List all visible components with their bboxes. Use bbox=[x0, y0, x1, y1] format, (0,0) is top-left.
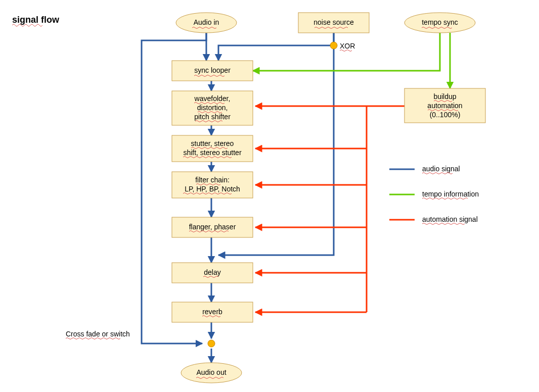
node-reverb-label: reverb bbox=[202, 308, 222, 316]
diagram-title: signal flow bbox=[12, 15, 60, 25]
crossfade-junction-icon bbox=[208, 340, 215, 347]
node-buildup-l2: automation bbox=[427, 102, 462, 110]
node-stutter-l2: shift, stereo stutter bbox=[183, 149, 241, 157]
node-sync-looper-label: sync looper bbox=[194, 66, 231, 74]
legend-tempo-label: tempo information bbox=[422, 190, 479, 198]
node-audio-in-label: Audio in bbox=[194, 18, 219, 26]
legend-automation-label: automation signal bbox=[422, 215, 478, 223]
signal-flow-diagram: signal flow XOR Audio in noise source te… bbox=[0, 0, 539, 392]
edge-tempo-synclooper bbox=[253, 33, 440, 71]
node-buildup-l3: (0..100%) bbox=[430, 111, 461, 119]
legend-audio-label: audio signal bbox=[422, 165, 460, 173]
node-tempo-sync-label: tempo sync bbox=[422, 18, 458, 26]
node-stutter-l1: stutter, stereo bbox=[191, 139, 234, 148]
crossfade-label: Cross fade or switch bbox=[66, 330, 130, 338]
xor-junction-icon bbox=[330, 42, 337, 49]
node-buildup-l1: buildup bbox=[433, 92, 456, 101]
xor-label: XOR bbox=[340, 42, 355, 50]
node-wavefolder-l3: pitch shifter bbox=[194, 113, 231, 121]
edge-noise-synclooper bbox=[218, 33, 334, 61]
node-delay-label: delay bbox=[204, 268, 220, 276]
node-audio-out-label: Audio out bbox=[196, 368, 226, 376]
node-flanger-label: flanger, phaser bbox=[189, 223, 236, 231]
node-noise-source-label: noise source bbox=[313, 18, 354, 26]
node-wavefolder-l1: wavefolder, bbox=[194, 94, 231, 103]
node-wavefolder-l2: distortion, bbox=[197, 104, 228, 112]
node-filter-l1: filter chain: bbox=[195, 176, 230, 184]
node-filter-l2: LP, HP, BP, Notch bbox=[185, 185, 240, 193]
